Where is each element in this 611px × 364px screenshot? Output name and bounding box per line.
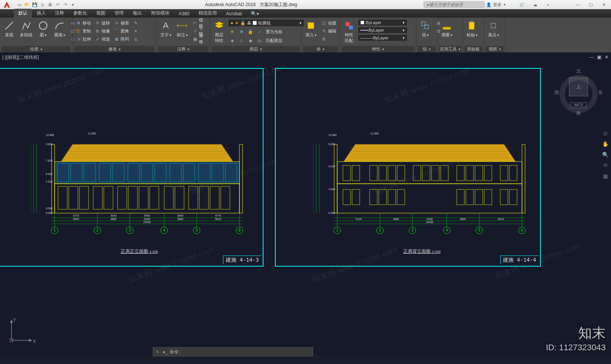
viewport-label[interactable]: [-][俯视][二维线框] bbox=[2, 54, 39, 61]
layer-dropdown[interactable]: ●☀🔓🖶轮廓线▾ bbox=[228, 19, 304, 27]
panel-annot-title[interactable]: 注释▾ bbox=[158, 46, 208, 52]
tab-addins[interactable]: 附加模块 bbox=[147, 9, 174, 18]
nav-top[interactable]: 上 bbox=[569, 77, 588, 96]
qat-saveas[interactable]: ⎙ bbox=[39, 1, 46, 8]
vp-min-icon[interactable]: — bbox=[589, 54, 594, 60]
qat-more[interactable]: ▾ bbox=[70, 1, 76, 8]
maximize-button[interactable]: ▢ bbox=[585, 1, 596, 8]
vp-max-icon[interactable]: ▣ bbox=[597, 54, 601, 60]
arc-button[interactable]: 圆弧▾ bbox=[52, 19, 67, 39]
vp-close-icon[interactable]: ✕ bbox=[605, 54, 609, 60]
drawing-area[interactable]: 知末网 www.znzmo.com 知末网 www.znzmo.com 知末网 … bbox=[0, 53, 611, 356]
tab-search-icon[interactable]: 🔍▾ bbox=[246, 10, 263, 18]
nav-west[interactable]: 西 bbox=[554, 89, 559, 96]
layer-ic2[interactable]: ❄ bbox=[237, 28, 246, 36]
layer-ic8[interactable]: ◎ bbox=[255, 37, 264, 44]
tab-manage[interactable]: 管理 bbox=[110, 9, 128, 18]
qat-undo[interactable]: ↶ bbox=[54, 1, 61, 8]
dim-button[interactable]: 标注▾ bbox=[175, 19, 190, 39]
edit-block[interactable]: ✎编辑 bbox=[320, 27, 338, 35]
qat-new[interactable]: ▭ bbox=[16, 1, 23, 8]
login-button[interactable]: 👤登录▾ bbox=[486, 2, 506, 8]
linetype-dropdown[interactable]: ——— ByLayer▾ bbox=[358, 34, 407, 41]
layer-ic5[interactable]: ◈ bbox=[228, 37, 236, 44]
minimize-button[interactable]: — bbox=[572, 1, 584, 8]
scale-button[interactable]: ⤢缩放 bbox=[93, 35, 111, 43]
paste-button[interactable]: 粘贴▾ bbox=[464, 19, 480, 39]
tab-a360[interactable]: A360 bbox=[174, 10, 194, 18]
qat-save[interactable]: 💾 bbox=[31, 1, 38, 8]
panel-util-title[interactable]: 实用工具▾ bbox=[439, 46, 461, 52]
orbit-icon[interactable]: ⟲ bbox=[601, 161, 609, 170]
tab-annotate[interactable]: 注释 bbox=[50, 9, 69, 18]
circle-button[interactable]: 圆▾ bbox=[36, 19, 51, 39]
help-chevron[interactable]: » bbox=[542, 1, 554, 8]
panel-view-title[interactable]: 视图▾ bbox=[486, 46, 504, 52]
group-button[interactable]: 组▾ bbox=[418, 19, 433, 39]
panel-draw-title[interactable]: 绘图▾ bbox=[2, 46, 71, 52]
close-button[interactable]: ✕ bbox=[598, 1, 609, 8]
create-block[interactable]: ◫创建 bbox=[320, 19, 338, 27]
layer-ic3[interactable]: 🔒 bbox=[246, 28, 255, 36]
match-layer[interactable]: 匹配图层 bbox=[265, 37, 284, 44]
table-button[interactable]: ▦表格 bbox=[191, 35, 208, 43]
erase-icon[interactable]: ✎ bbox=[131, 19, 140, 27]
layer-ic7[interactable]: ◆ bbox=[246, 37, 255, 44]
tab-parametric[interactable]: 参数化 bbox=[69, 9, 92, 18]
layer-ic1[interactable]: ☀ bbox=[228, 28, 236, 36]
move-button[interactable]: ✥移动 bbox=[74, 19, 92, 27]
exchange-icon[interactable]: 🛒 bbox=[516, 1, 528, 8]
cmd-chevron-icon[interactable]: ▸_ bbox=[162, 349, 170, 354]
panel-group-title[interactable]: 组▾ bbox=[418, 46, 436, 52]
nav-north[interactable]: 北 bbox=[558, 68, 600, 74]
rotate-button[interactable]: ⟳旋转 bbox=[93, 19, 111, 27]
help-search[interactable]: ▸ 键入关键字或短语 bbox=[423, 1, 485, 8]
panel-props-title[interactable]: 特性▾ bbox=[341, 46, 414, 52]
panel-layer-title[interactable]: 图层▾ bbox=[212, 46, 300, 52]
nav-east[interactable]: 东 bbox=[598, 89, 603, 96]
line-button[interactable]: 直线 bbox=[2, 19, 17, 39]
lineweight-dropdown[interactable]: ━━━ ByLayer▾ bbox=[358, 27, 407, 34]
cloud-icon[interactable]: ☁ bbox=[529, 1, 541, 8]
text-button[interactable]: A文字▾ bbox=[158, 19, 173, 39]
qat-redo[interactable]: ↷ bbox=[62, 1, 69, 8]
basepoint-button[interactable]: 基点▾ bbox=[486, 19, 501, 39]
wheel-icon[interactable]: ◎ bbox=[601, 129, 609, 138]
color-dropdown[interactable]: ByLayer▾ bbox=[358, 19, 407, 26]
viewcube[interactable]: 北 西 东 上 南 WCS bbox=[558, 68, 600, 125]
panel-clip-title[interactable]: 剪贴板 bbox=[464, 46, 482, 52]
tab-view[interactable]: 视图 bbox=[92, 9, 110, 18]
copy-button[interactable]: ⿻复制 bbox=[74, 27, 92, 35]
explode-icon[interactable]: ✦ bbox=[131, 27, 140, 35]
tab-featured[interactable]: 精选应用 bbox=[194, 9, 221, 18]
array-button[interactable]: ⊞阵列 bbox=[112, 35, 130, 43]
layer-ic6[interactable]: ◇ bbox=[237, 37, 246, 44]
layer-ic4[interactable]: ✓ bbox=[255, 28, 264, 36]
tab-acrobat[interactable]: Acrobat bbox=[221, 10, 246, 18]
app-logo[interactable] bbox=[0, 0, 14, 9]
tab-default[interactable]: 默认 bbox=[14, 9, 32, 18]
measure-button[interactable]: 测量▾ bbox=[439, 19, 454, 39]
cmd-close-icon[interactable]: ✕ bbox=[153, 349, 162, 354]
layer-props-button[interactable]: 图层 特性 bbox=[212, 19, 227, 44]
make-current[interactable]: 置为当前 bbox=[265, 28, 284, 36]
command-line[interactable]: ✕ ▸_ 命令: bbox=[153, 347, 313, 356]
tab-insert[interactable]: 插入 bbox=[32, 9, 50, 18]
fillet-button[interactable]: ⌒圆角 bbox=[112, 27, 130, 35]
nav-south[interactable]: 南 bbox=[558, 110, 600, 116]
tab-output[interactable]: 输出 bbox=[128, 9, 147, 18]
ucs-icon[interactable]: Y X bbox=[8, 317, 34, 344]
offset-icon[interactable]: ⊆ bbox=[131, 35, 140, 43]
mirror-button[interactable]: ⧉镜像 bbox=[93, 27, 111, 35]
match-props-button[interactable]: 特性 匹配 bbox=[341, 19, 357, 44]
qat-open[interactable]: 📂 bbox=[24, 1, 31, 8]
insert-block-button[interactable]: 插入▾ bbox=[303, 19, 318, 39]
pan-icon[interactable]: ✋ bbox=[601, 140, 609, 148]
stretch-button[interactable]: ⇲拉伸 bbox=[74, 35, 92, 43]
panel-block-title[interactable]: 块▾ bbox=[303, 46, 338, 52]
showmot-icon[interactable]: ▦ bbox=[601, 172, 609, 180]
qat-plot[interactable]: 🖶 bbox=[47, 1, 53, 8]
zoom-icon[interactable]: 🔍 bbox=[601, 150, 609, 159]
panel-modify-title[interactable]: 修改▾ bbox=[74, 46, 155, 52]
polyline-button[interactable]: 多段线 bbox=[18, 19, 34, 39]
